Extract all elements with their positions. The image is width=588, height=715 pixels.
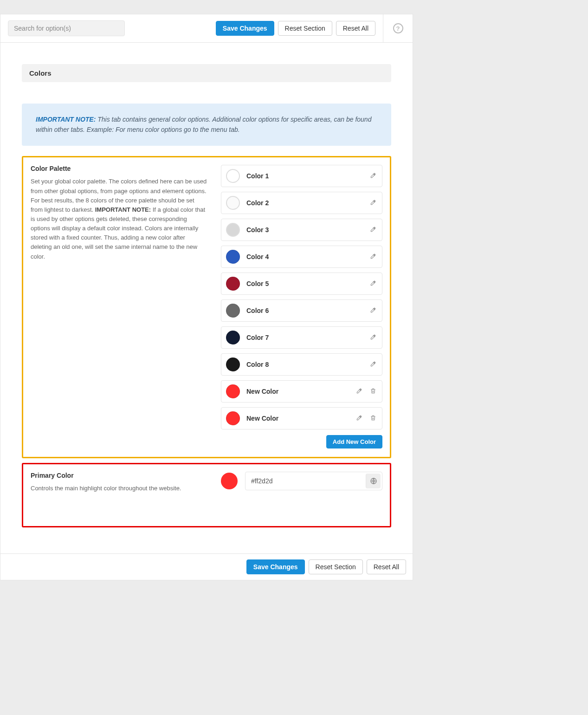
color-label: Color 5 [246, 280, 363, 287]
help-icon[interactable]: ? [393, 23, 403, 33]
topbar: Save Changes Reset Section Reset All ? [0, 14, 413, 43]
color-row[interactable]: Color 2 [221, 192, 382, 214]
primary-color-input[interactable] [246, 473, 364, 489]
color-row[interactable]: Color 1 [221, 165, 382, 187]
eyedropper-icon[interactable] [370, 199, 377, 207]
primary-color-section: Primary Color Controls the main highligh… [22, 463, 391, 527]
color-label: Color 1 [246, 172, 363, 180]
color-row[interactable]: Color 6 [221, 299, 382, 322]
color-swatch[interactable] [226, 384, 240, 398]
important-note-box: IMPORTANT NOTE: This tab contains genera… [22, 104, 391, 146]
save-button-bottom[interactable]: Save Changes [246, 559, 305, 574]
globe-icon[interactable] [366, 474, 381, 488]
eyedropper-icon[interactable] [370, 334, 377, 341]
color-palette-section: Color Palette Set your global color pale… [22, 156, 391, 458]
reset-all-button[interactable]: Reset All [336, 21, 375, 36]
color-label: Color 2 [246, 199, 363, 207]
bottombar: Save Changes Reset Section Reset All [0, 553, 413, 580]
color-swatch[interactable] [226, 277, 240, 291]
eyedropper-icon[interactable] [370, 361, 377, 368]
trash-icon[interactable] [370, 388, 377, 395]
primary-color-title: Primary Color [31, 472, 207, 479]
search-input[interactable] [8, 20, 125, 36]
color-row[interactable]: Color 4 [221, 246, 382, 268]
color-row[interactable]: Color 3 [221, 219, 382, 241]
color-label: New Color [246, 388, 349, 395]
color-row[interactable]: Color 5 [221, 273, 382, 295]
add-new-color-button[interactable]: Add New Color [326, 435, 382, 448]
color-swatch[interactable] [226, 358, 240, 371]
color-label: Color 6 [246, 307, 363, 314]
save-button[interactable]: Save Changes [216, 21, 274, 36]
color-swatch[interactable] [226, 331, 240, 344]
palette-description: Set your global color palette. The color… [31, 177, 207, 261]
color-swatch[interactable] [226, 411, 240, 425]
reset-section-button[interactable]: Reset Section [278, 21, 332, 36]
color-row[interactable]: Color 7 [221, 326, 382, 349]
color-label: Color 4 [246, 253, 363, 260]
color-swatch[interactable] [226, 250, 240, 264]
eyedropper-icon[interactable] [356, 388, 363, 395]
reset-section-button-bottom[interactable]: Reset Section [309, 559, 363, 574]
color-label: Color 3 [246, 226, 363, 234]
color-swatch[interactable] [226, 169, 240, 183]
color-label: Color 8 [246, 361, 363, 368]
eyedropper-icon[interactable] [370, 253, 377, 260]
palette-title: Color Palette [31, 165, 207, 172]
color-label: Color 7 [246, 334, 363, 341]
color-swatch[interactable] [226, 196, 240, 210]
color-row[interactable]: New Color [221, 407, 382, 429]
eyedropper-icon[interactable] [370, 280, 377, 287]
color-swatch[interactable] [226, 223, 240, 237]
color-swatch[interactable] [226, 304, 240, 318]
reset-all-button-bottom[interactable]: Reset All [367, 559, 406, 574]
section-title: Colors [22, 64, 391, 82]
primary-color-description: Controls the main highlight color throug… [31, 484, 207, 493]
eyedropper-icon[interactable] [370, 226, 377, 234]
eyedropper-icon[interactable] [370, 172, 377, 180]
note-title: IMPORTANT NOTE: [36, 116, 96, 123]
eyedropper-icon[interactable] [370, 307, 377, 314]
primary-color-swatch[interactable] [221, 473, 238, 489]
color-row[interactable]: Color 8 [221, 353, 382, 376]
eyedropper-icon[interactable] [356, 415, 363, 422]
trash-icon[interactable] [370, 415, 377, 422]
color-row[interactable]: New Color [221, 380, 382, 403]
color-label: New Color [246, 415, 349, 422]
